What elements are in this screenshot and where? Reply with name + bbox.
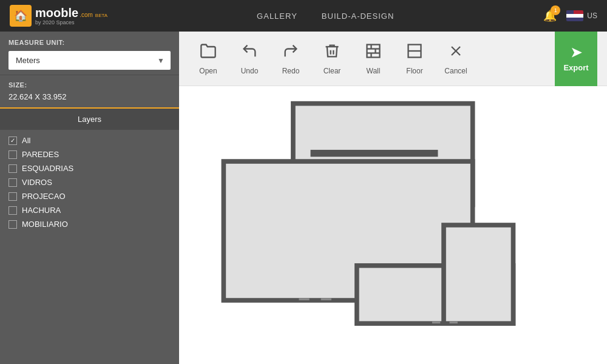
logo-house-icon: 🏠 xyxy=(14,9,27,22)
export-icon: ➤ xyxy=(571,45,582,61)
layer-item[interactable]: PROJECAO xyxy=(8,192,171,201)
flag-icon xyxy=(566,10,583,21)
cancel-icon xyxy=(447,42,464,63)
layer-checkbox[interactable]: ✓ xyxy=(8,136,17,145)
layer-item[interactable]: ✓All xyxy=(8,136,171,145)
layer-checkbox[interactable] xyxy=(8,192,17,201)
redo-icon xyxy=(282,42,299,63)
export-label: Export xyxy=(563,63,588,72)
nav-right: 🔔 1 US xyxy=(543,9,597,22)
clear-tool-label: Clear xyxy=(324,67,341,75)
logo-area: 🏠 mooble .com BETA by 2020 Spaces xyxy=(10,5,107,27)
redo-tool-label: Redo xyxy=(282,67,300,75)
svg-rect-16 xyxy=(321,298,331,300)
layer-checkbox[interactable] xyxy=(8,150,17,159)
floor-tool-button[interactable]: Floor xyxy=(395,38,434,80)
layer-label: All xyxy=(22,136,30,145)
layer-checkbox[interactable] xyxy=(8,164,17,173)
canvas-area[interactable] xyxy=(179,86,607,364)
measure-select[interactable]: Meters Feet xyxy=(8,51,171,70)
svg-rect-17 xyxy=(432,321,440,323)
layer-label: VIDROS xyxy=(22,178,52,187)
layer-label: HACHURA xyxy=(22,206,61,215)
open-tool-button[interactable]: Open xyxy=(189,38,228,80)
floor-tool-label: Floor xyxy=(406,67,422,75)
logo-sub: by 2020 Spaces xyxy=(35,20,107,25)
checkmark-icon: ✓ xyxy=(10,137,15,144)
size-label: SIZE: xyxy=(8,81,171,89)
wall-icon xyxy=(365,42,382,63)
logo-text-group: mooble .com BETA by 2020 Spaces xyxy=(35,6,107,25)
logo-name: mooble xyxy=(35,6,78,20)
logo-icon: 🏠 xyxy=(10,5,32,27)
size-value: 22.624 X 33.952 xyxy=(8,92,171,101)
cancel-tool-label: Cancel xyxy=(444,67,467,75)
redo-tool-button[interactable]: Redo xyxy=(271,38,310,80)
svg-rect-13 xyxy=(444,225,513,323)
measure-section: MEASURE UNIT: Meters Feet ▼ xyxy=(0,32,179,75)
layer-label: PAREDES xyxy=(22,150,59,159)
layer-checkbox[interactable] xyxy=(8,220,17,229)
toolbar: OpenUndoRedoClearWallFloorCancel ➤ Expor… xyxy=(179,32,607,86)
layers-header: Layers xyxy=(0,107,179,130)
logo-com: .com xyxy=(80,12,93,18)
measure-select-wrap: Meters Feet ▼ xyxy=(8,51,171,70)
layer-item[interactable]: ESQUADRIAS xyxy=(8,164,171,173)
cancel-tool-button[interactable]: Cancel xyxy=(436,38,475,80)
export-button[interactable]: ➤ Export xyxy=(555,32,597,86)
wall-tool-label: Wall xyxy=(367,67,381,75)
nav-gallery[interactable]: GALLERY xyxy=(257,12,297,21)
svg-rect-15 xyxy=(299,298,309,300)
undo-tool-button[interactable]: Undo xyxy=(230,38,269,80)
layer-item[interactable]: PAREDES xyxy=(8,150,171,159)
open-icon xyxy=(200,42,217,63)
undo-tool-label: Undo xyxy=(241,67,259,75)
wall-tool-button[interactable]: Wall xyxy=(354,38,393,80)
lang-label: US xyxy=(587,12,597,20)
sidebar: MEASURE UNIT: Meters Feet ▼ SIZE: 22.624… xyxy=(0,32,179,364)
layers-list: ✓AllPAREDESESQUADRIASVIDROSPROJECAOHACHU… xyxy=(0,130,179,235)
nav-build-a-design[interactable]: BUILD-A-DESIGN xyxy=(322,12,394,21)
layer-label: ESQUADRIAS xyxy=(22,164,73,173)
undo-icon xyxy=(241,42,258,63)
layer-item[interactable]: MOBILIARIO xyxy=(8,220,171,229)
clear-icon xyxy=(324,42,341,63)
open-tool-label: Open xyxy=(199,67,217,75)
floor-icon xyxy=(406,42,423,63)
layer-item[interactable]: HACHURA xyxy=(8,206,171,215)
floorplan-svg xyxy=(179,86,607,364)
main-layout: MEASURE UNIT: Meters Feet ▼ SIZE: 22.624… xyxy=(0,32,607,364)
layer-label: MOBILIARIO xyxy=(22,220,68,229)
header: 🏠 mooble .com BETA by 2020 Spaces GALLER… xyxy=(0,0,607,32)
svg-rect-18 xyxy=(450,321,458,323)
measure-label: MEASURE UNIT: xyxy=(8,39,171,46)
clear-tool-button[interactable]: Clear xyxy=(313,38,351,80)
layer-item[interactable]: VIDROS xyxy=(8,178,171,187)
notification-badge: 1 xyxy=(551,5,560,15)
size-section: SIZE: 22.624 X 33.952 xyxy=(0,75,179,107)
svg-rect-0 xyxy=(367,44,380,57)
layer-label: PROJECAO xyxy=(22,192,66,201)
language-button[interactable]: US xyxy=(566,10,597,21)
logo-beta: BETA xyxy=(95,13,107,18)
svg-rect-14 xyxy=(311,150,438,157)
flag-stars xyxy=(566,10,574,14)
notification-button[interactable]: 🔔 1 xyxy=(543,9,557,22)
layer-checkbox[interactable] xyxy=(8,178,17,187)
content-area: OpenUndoRedoClearWallFloorCancel ➤ Expor… xyxy=(179,32,607,364)
layer-checkbox[interactable] xyxy=(8,206,17,215)
nav-links: GALLERY BUILD-A-DESIGN xyxy=(257,12,394,21)
